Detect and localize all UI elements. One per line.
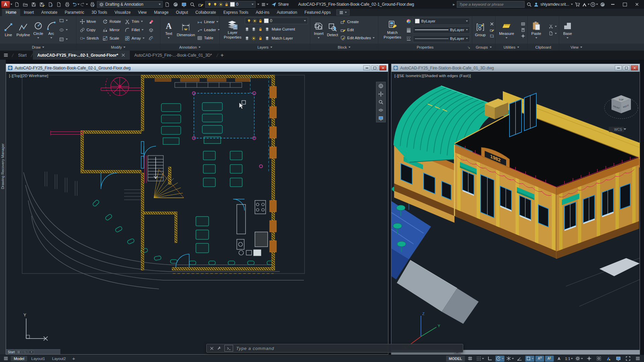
account-button[interactable]: shiyamdev.srit... [534, 1, 573, 8]
save-button[interactable] [30, 1, 38, 8]
export-button[interactable] [55, 1, 63, 8]
layer-freeze-icon[interactable] [252, 27, 256, 32]
polar-caret-icon[interactable] [502, 358, 504, 359]
application-menu-button[interactable]: A [1, 1, 10, 8]
doc-tab-3d[interactable]: AutoCAD-FY25_Fire-...-Book-Cafe_01_3D* [130, 51, 216, 60]
app-menu-caret-icon[interactable] [10, 4, 12, 5]
lineweight-dropdown[interactable]: ByLayer [413, 26, 470, 34]
quick-calc-icon[interactable] [521, 28, 525, 32]
doc-tab-start[interactable]: Start [14, 51, 31, 60]
erase-button[interactable] [149, 17, 154, 25]
array-button[interactable]: Array [125, 34, 144, 42]
app-store-button[interactable] [574, 1, 581, 8]
paste-button[interactable]: Paste [530, 16, 543, 43]
layer-thaw-icon[interactable] [252, 36, 256, 41]
linear-dimension-button[interactable]: Linear [197, 18, 220, 26]
model-space-toggle[interactable]: MODEL [446, 356, 465, 362]
model-tab[interactable]: Model [11, 356, 27, 361]
match-layer-button[interactable]: Match Layer [272, 36, 293, 40]
render-button[interactable] [172, 1, 179, 8]
panel-label-groups[interactable]: Groups [472, 44, 495, 51]
detect-button[interactable]: Detect [325, 16, 340, 43]
measure-button[interactable]: Measure [497, 16, 516, 43]
edit-block-button[interactable]: Edit [340, 26, 375, 34]
properties-launcher-icon[interactable]: ↘ [467, 45, 470, 50]
drawing-window-ground-floor[interactable]: AutoCAD-FY25_Fire-Station-Book-Cafe_02-1… [6, 64, 388, 355]
layer-current-icon[interactable] [265, 27, 269, 32]
drawing-window-3d[interactable]: AutoCAD-FY25_Fire-Station-Book-Cafe_01_3… [391, 64, 640, 355]
qat-menu-button[interactable] [261, 1, 269, 8]
mini-close-icon[interactable] [29, 350, 34, 354]
graphics-performance-button[interactable] [604, 356, 613, 362]
ortho-toggle[interactable] [486, 356, 494, 362]
left-window-titlebar[interactable]: AutoCAD-FY25_Fire-Station-Book-Cafe_02-1… [6, 64, 388, 72]
line-button[interactable]: Line [2, 16, 15, 43]
right-viewport-controls[interactable]: [-][SE Isometric][Shaded with edges (Fas… [394, 74, 471, 78]
snap-caret-icon[interactable] [482, 358, 484, 359]
tab-collaborate[interactable]: Collaborate [192, 9, 220, 16]
plot-preview-button[interactable] [189, 1, 196, 8]
mini-start-tab[interactable]: Start [8, 350, 15, 354]
panel-label-draw[interactable]: Draw [0, 44, 76, 51]
copy-button[interactable]: Copy [80, 26, 99, 34]
annotation-autoscale-toggle[interactable] [545, 356, 554, 362]
polar-tracking-toggle[interactable] [495, 356, 504, 362]
create-block-button[interactable]: Create [340, 18, 375, 26]
share-button[interactable]: Share [269, 1, 291, 8]
health-dashboard-button[interactable] [599, 1, 606, 8]
insert-block-button[interactable]: Insert [312, 16, 325, 43]
tab-express-tools[interactable]: Express Tools [220, 9, 252, 16]
offset-button[interactable] [149, 34, 154, 42]
group-select-icon[interactable] [490, 34, 494, 38]
search-button[interactable] [525, 1, 533, 8]
right-win-close-button[interactable] [631, 65, 638, 70]
layer-list-dropdown[interactable]: 0 [245, 17, 308, 24]
navigation-bar[interactable] [376, 82, 386, 122]
ungroup-icon[interactable] [490, 22, 494, 26]
layer-iso-icon[interactable] [245, 27, 249, 32]
explode-button[interactable] [149, 26, 154, 34]
tab-manage[interactable]: Manage [150, 9, 172, 16]
search-input[interactable] [457, 1, 525, 8]
maximize-button[interactable] [619, 0, 631, 8]
in-window-tab-strip[interactable]: Start [6, 349, 60, 354]
circle-button[interactable]: Circle [32, 16, 45, 43]
qat-extra-caret-icon[interactable] [257, 4, 259, 5]
leader-button[interactable]: Leader [197, 26, 220, 34]
customization-button[interactable] [633, 356, 642, 362]
layout-menu-button[interactable] [2, 355, 10, 362]
clean-screen-monitor-button[interactable] [614, 356, 623, 362]
full-navigation-wheel-icon[interactable] [378, 83, 383, 88]
edit-attributes-button[interactable]: Edit Attributes [340, 34, 375, 42]
panel-label-view[interactable]: View [559, 44, 644, 51]
object-snap-toggle[interactable] [525, 356, 534, 362]
annotation-scale-button[interactable] [555, 356, 564, 362]
layout-viewports-button[interactable] [180, 1, 188, 8]
batch-plot-button[interactable] [89, 1, 96, 8]
tab-output[interactable]: Output [172, 9, 192, 16]
copy-clip-button[interactable] [549, 31, 557, 36]
redo-caret-icon[interactable] [86, 4, 88, 5]
ribbon-display-toggle[interactable] [336, 9, 350, 15]
tab-featured-apps[interactable]: Featured Apps [301, 9, 334, 16]
panel-label-block[interactable]: Block [310, 44, 378, 51]
isodraft-toggle[interactable] [505, 356, 515, 362]
cut-button[interactable] [549, 24, 557, 29]
panel-label-annotation[interactable]: Annotation [160, 44, 219, 51]
left-viewport-controls[interactable]: [-][Top][2D Wireframe] [9, 74, 48, 78]
group-button[interactable]: Group [473, 16, 487, 43]
command-prompt-icon[interactable] [224, 345, 233, 352]
make-current-button[interactable]: Make Current [272, 27, 295, 31]
fillet-button[interactable]: Fillet [125, 26, 144, 34]
grid-toggle[interactable] [466, 356, 475, 362]
tab-view[interactable]: View [134, 9, 150, 16]
layer-properties-button[interactable]: Layer Properties [222, 16, 244, 43]
rectangle-button[interactable] [59, 16, 68, 24]
print-button[interactable] [63, 1, 71, 8]
quick-layer-dropdown[interactable]: 0 [205, 1, 256, 8]
scale-button[interactable]: Scale [103, 34, 121, 42]
layer-match-icon[interactable] [265, 36, 269, 41]
hatch-button[interactable] [59, 35, 68, 43]
crosshair-units-button[interactable] [585, 356, 593, 362]
mini-layout-icon[interactable] [22, 350, 28, 354]
